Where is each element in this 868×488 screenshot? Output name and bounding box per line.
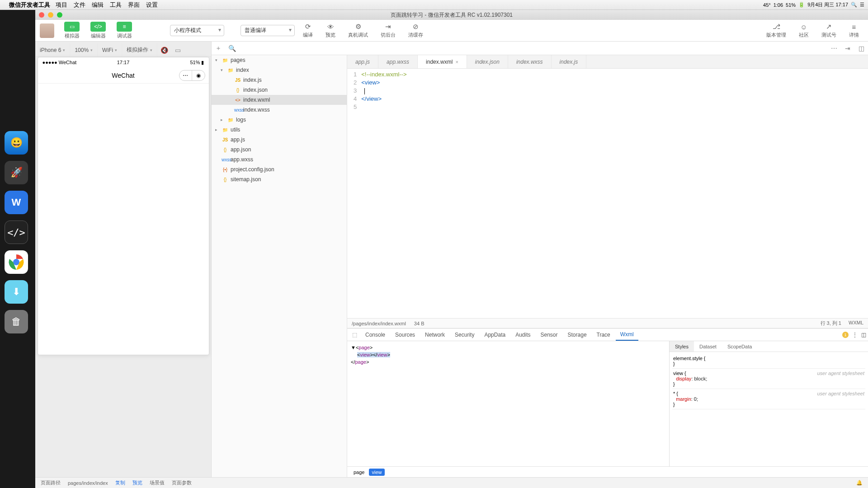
tab-app-js[interactable]: app.js [347,55,378,68]
mute-icon[interactable]: 🔇 [157,47,171,54]
menu-project[interactable]: 项目 [56,1,67,9]
simulator-toggle[interactable]: ▭模拟器 [61,21,83,40]
file-index-wxss[interactable]: wxssindex.wxss [212,105,347,115]
devtab-trace[interactable]: Trace [592,328,615,341]
device-select[interactable]: iPhone 6 [35,43,70,56]
maximize-button[interactable] [57,12,62,18]
file-app-wxss[interactable]: wxssapp.wxss [212,155,347,164]
dock-wps[interactable]: W [5,191,28,214]
mock-select[interactable]: 模拟操作 [122,43,157,56]
folder-utils[interactable]: ▸📁utils [212,125,347,135]
file-explorer[interactable]: ▾📁pages ▾📁index JSindex.js {}index.json … [212,55,347,477]
remote-debug-button[interactable]: ⚙真机调试 [344,23,373,38]
devtools-dock-icon[interactable]: ◫ [861,332,866,338]
spotlight-icon[interactable]: 🔍 [851,2,857,8]
menubar-battery[interactable]: 51% [786,2,796,8]
dock-launchpad[interactable]: 🚀 [5,161,28,184]
styles-tab[interactable]: Styles [670,341,694,352]
devtab-audits[interactable]: Audits [511,328,535,341]
tab-app-wxss[interactable]: app.wxss [378,55,418,68]
compile-mode-select[interactable]: 普通编译 [241,25,295,36]
menu-edit[interactable]: 编辑 [92,1,104,9]
dock-finder[interactable]: 😀 [5,131,28,155]
menu-tools[interactable]: 工具 [110,1,122,9]
close-button[interactable] [39,12,44,18]
scopedata-tab[interactable]: ScopeData [722,341,757,352]
menu-settings[interactable]: 设置 [146,1,158,9]
minimize-button[interactable] [48,12,53,18]
notification-bell-icon[interactable]: 🔔 [856,480,863,486]
dock-wechat-devtools[interactable]: </> [5,221,28,244]
rotate-icon[interactable]: ▭ [171,47,184,54]
file-index-wxml[interactable]: <>index.wxml [212,95,347,105]
menubar-temp[interactable]: 45° [763,2,771,8]
menu-ui[interactable]: 界面 [128,1,140,9]
devtools-more-icon[interactable]: ⋮ [852,332,858,338]
file-index-json[interactable]: {}index.json [212,85,347,95]
clear-cache-button[interactable]: ⊘清缓存 [404,23,428,38]
menubar-date[interactable]: 9月4日 周三 17:17 [807,1,848,8]
editor-toggle[interactable]: </>编辑器 [87,21,109,40]
tab-index-json[interactable]: index.json [467,55,508,68]
devtab-security[interactable]: Security [450,328,479,341]
breadcrumb-page[interactable]: page [351,469,367,476]
network-select[interactable]: WiFi [98,43,122,56]
new-file-icon[interactable]: ＋ [212,44,225,52]
zoom-select[interactable]: 100% [70,43,98,56]
preview-link[interactable]: 预览 [132,479,142,486]
search-icon[interactable]: 🔍 [225,45,239,52]
tab-index-js[interactable]: index.js [552,55,587,68]
dock-downloads[interactable]: ⬇ [5,280,28,304]
dock-chrome[interactable] [5,250,28,274]
copy-link[interactable]: 复制 [115,479,125,486]
wxml-tree[interactable]: ▼<page> <view></view> </page> [347,341,669,466]
devtab-appdata[interactable]: AppData [480,328,510,341]
devtab-storage[interactable]: Storage [563,328,591,341]
preview-button[interactable]: 👁预览 [321,23,340,38]
dataset-tab[interactable]: Dataset [694,341,722,352]
file-project-config[interactable]: {•}project.config.json [212,164,347,174]
menubar-app-name[interactable]: 微信开发者工具 [9,1,50,9]
file-sitemap[interactable]: {}sitemap.json [212,174,347,184]
tab-index-wxml[interactable]: index.wxml× [418,55,467,68]
version-button[interactable]: ⎇版本管理 [762,23,791,38]
element-picker-icon[interactable]: ⬚ [349,332,360,338]
user-avatar[interactable] [40,23,54,38]
devtab-network[interactable]: Network [420,328,449,341]
folder-pages[interactable]: ▾📁pages [212,55,347,65]
window-titlebar[interactable]: 页面跳转学习 - 微信开发者工具 RC v1.02.1907301 [35,10,868,20]
file-app-json[interactable]: {}app.json [212,145,347,155]
dock-trash[interactable]: 🗑 [5,310,28,333]
testaccount-button[interactable]: ↗测试号 [817,23,841,38]
phone-simulator[interactable]: ●●●●● WeChat 17:17 51% ▮ WeChat ⋯◉ [38,57,209,355]
folder-logs[interactable]: ▸📁logs [212,115,347,125]
devtab-sensor[interactable]: Sensor [536,328,562,341]
warning-badge[interactable]: 1 [842,332,849,338]
close-icon[interactable]: × [455,59,458,65]
devtab-console[interactable]: Console [361,328,390,341]
collapse-icon[interactable]: ⇥ [841,45,854,52]
status-cursor-pos[interactable]: 行 3, 列 1 [821,320,841,327]
status-language[interactable]: WXML [849,320,863,327]
scene-label[interactable]: 场景值 [150,479,165,486]
more-icon[interactable]: ⋯ [827,45,841,52]
community-button[interactable]: ☺社区 [794,23,813,38]
compile-button[interactable]: ⟳编译 [298,23,317,38]
capsule-close-icon[interactable]: ◉ [192,70,205,80]
menu-file[interactable]: 文件 [74,1,85,9]
debugger-toggle[interactable]: ≡调试器 [113,21,136,40]
mode-select[interactable]: 小程序模式 [170,25,224,36]
notification-icon[interactable]: ☰ [860,2,864,8]
details-button[interactable]: ≡详情 [844,23,863,38]
file-app-js[interactable]: JSapp.js [212,135,347,145]
style-rules[interactable]: element.style {} user agent stylesheetvi… [670,352,868,466]
breadcrumb-view[interactable]: view [369,469,384,476]
devtab-wxml[interactable]: Wxml [616,328,638,341]
capsule-menu-icon[interactable]: ⋯ [179,70,192,80]
devtab-sources[interactable]: Sources [391,328,420,341]
capsule-button[interactable]: ⋯◉ [179,70,205,81]
background-button[interactable]: ⇥切后台 [376,23,400,38]
page-params-label[interactable]: 页面参数 [172,479,192,486]
code-editor[interactable]: 12345 <!--index.wxml--> <view> </view> [347,69,868,318]
tab-index-wxss[interactable]: index.wxss [508,55,552,68]
